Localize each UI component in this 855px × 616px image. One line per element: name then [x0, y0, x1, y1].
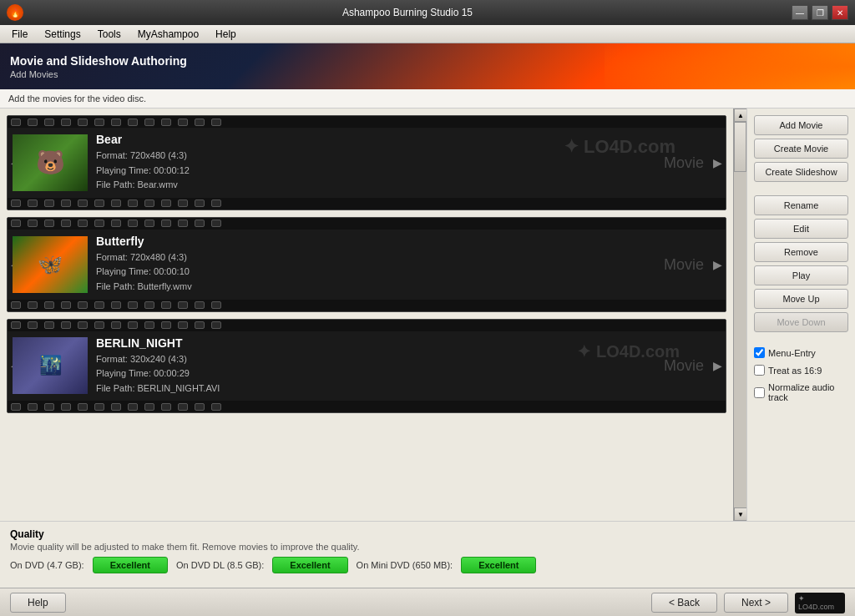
film-hole	[128, 220, 138, 227]
movie-item-berlin: ◀ 🌃 BERLIN_NIGHT Format: 320x240 (4:3) P…	[7, 319, 726, 414]
help-button[interactable]: Help	[10, 593, 66, 613]
film-hole	[161, 321, 171, 329]
film-hole	[211, 321, 221, 329]
dvd-quality-bar: Excellent	[93, 557, 168, 573]
film-hole	[61, 301, 71, 309]
film-hole	[11, 301, 21, 309]
sidebar: Add Movie Create Movie Create Slideshow …	[746, 109, 855, 521]
film-hole	[144, 119, 154, 126]
film-hole	[128, 321, 138, 329]
film-nav-right-2[interactable]: ▶	[713, 258, 722, 271]
film-hole	[111, 119, 121, 126]
edit-button[interactable]: Edit	[754, 219, 848, 239]
film-hole	[11, 119, 21, 126]
film-hole	[195, 199, 205, 207]
film-hole	[28, 119, 38, 126]
film-hole	[111, 199, 121, 207]
butterfly-file-path: File Path: Butterfly.wmv	[96, 280, 192, 295]
berlin-title: BERLIN_NIGHT	[96, 336, 220, 350]
menu-file[interactable]: File	[3, 27, 36, 42]
menu-help[interactable]: Help	[207, 27, 245, 42]
instruction-text: Add the movies for the video disc.	[0, 89, 855, 109]
film-hole	[11, 403, 21, 411]
film-holes-top-1	[8, 116, 726, 128]
film-nav-right-1[interactable]: ▶	[713, 156, 722, 169]
film-hole	[44, 220, 54, 227]
film-nav-right-3[interactable]: ▶	[713, 359, 722, 372]
banner: Movie and Slideshow Authoring Add Movies	[0, 43, 855, 89]
film-hole	[161, 220, 171, 227]
film-holes-top-2	[8, 218, 726, 230]
restore-button[interactable]: ❐	[812, 5, 828, 20]
banner-subtitle: Add Movies	[10, 69, 845, 79]
treat-as-169-checkbox[interactable]	[754, 365, 765, 376]
film-hole	[78, 119, 88, 126]
menu-myashampoo[interactable]: MyAshampoo	[129, 27, 207, 42]
butterfly-type: Movie	[664, 255, 704, 273]
play-button[interactable]: Play	[754, 265, 848, 285]
berlin-thumbnail: 🌃	[13, 337, 88, 394]
film-hole	[195, 301, 205, 309]
film-hole	[195, 321, 205, 329]
bear-title: Bear	[96, 133, 190, 146]
film-hole	[128, 301, 138, 309]
berlin-playing-time: Playing Time: 00:00:29	[96, 366, 220, 381]
next-button[interactable]: Next >	[724, 593, 788, 613]
film-hole	[161, 119, 171, 126]
scroll-track[interactable]	[734, 122, 746, 507]
bear-type: Movie	[664, 154, 704, 171]
movie-list: ◀ 🐻 Bear Format: 720x480 (4:3) Playing T…	[0, 109, 733, 521]
film-hole	[128, 119, 138, 126]
film-hole	[94, 220, 104, 227]
menu-tools[interactable]: Tools	[89, 27, 129, 42]
bear-playing-time: Playing Time: 00:00:12	[96, 164, 190, 179]
scrollbar: ▲ ▼	[733, 109, 746, 521]
normalize-audio-checkbox[interactable]	[754, 387, 765, 398]
butterfly-info: Butterfly Format: 720x480 (4:3) Playing …	[96, 235, 192, 295]
move-up-button[interactable]: Move Up	[754, 289, 848, 309]
window-controls: — ❐ ✕	[792, 5, 848, 20]
normalize-audio-label: Normalize audio track	[768, 382, 848, 402]
create-slideshow-button[interactable]: Create Slideshow	[754, 162, 848, 182]
rename-button[interactable]: Rename	[754, 195, 848, 215]
film-hole	[195, 403, 205, 411]
film-hole	[211, 403, 221, 411]
treat-as-169-checkbox-label[interactable]: Treat as 16:9	[754, 363, 848, 377]
menubar: File Settings Tools MyAshampoo Help	[0, 25, 855, 43]
film-hole	[11, 199, 21, 207]
film-hole	[211, 199, 221, 207]
film-hole	[211, 220, 221, 227]
close-button[interactable]: ✕	[832, 5, 848, 20]
menu-settings[interactable]: Settings	[36, 27, 89, 42]
film-hole	[44, 301, 54, 309]
add-movie-button[interactable]: Add Movie	[754, 115, 848, 135]
scroll-thumb[interactable]	[734, 122, 746, 172]
film-hole	[78, 321, 88, 329]
film-holes-bottom-3	[8, 401, 726, 412]
berlin-thumb-image: 🌃	[13, 337, 88, 394]
film-strip-inner-2: ◀ 🦋 Butterfly Format: 720x480 (4:3) Play…	[8, 230, 726, 300]
minimize-button[interactable]: —	[792, 5, 808, 20]
film-hole	[94, 403, 104, 411]
butterfly-thumb-image: 🦋	[13, 236, 88, 293]
scroll-down-button[interactable]: ▼	[734, 507, 747, 521]
quality-section: Quality Movie quality will be adjusted t…	[0, 521, 855, 588]
film-hole	[144, 403, 154, 411]
film-hole	[128, 403, 138, 411]
film-hole	[94, 119, 104, 126]
banner-title: Movie and Slideshow Authoring	[10, 54, 845, 68]
scroll-up-button[interactable]: ▲	[734, 109, 747, 122]
berlin-info: BERLIN_NIGHT Format: 320x240 (4:3) Playi…	[96, 336, 220, 396]
menu-entry-checkbox-label[interactable]: Menu-Entry	[754, 346, 848, 360]
butterfly-title: Butterfly	[96, 235, 192, 248]
remove-button[interactable]: Remove	[754, 242, 848, 262]
create-movie-button[interactable]: Create Movie	[754, 139, 848, 159]
move-down-button[interactable]: Move Down	[754, 312, 848, 332]
normalize-audio-checkbox-label[interactable]: Normalize audio track	[754, 381, 848, 404]
film-hole	[61, 321, 71, 329]
quality-description: Movie quality will be adjusted to make t…	[10, 542, 845, 552]
menu-entry-checkbox[interactable]	[754, 347, 765, 358]
film-hole	[44, 321, 54, 329]
film-strip-inner-1: ◀ 🐻 Bear Format: 720x480 (4:3) Playing T…	[8, 128, 726, 198]
back-button[interactable]: < Back	[651, 593, 717, 613]
